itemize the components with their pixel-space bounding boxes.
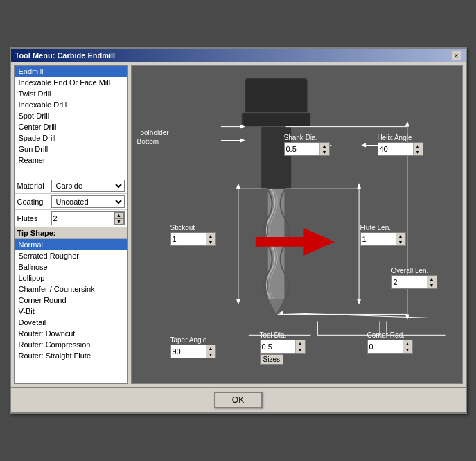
main-content: EndmillIndexable End Or Face MillTwist D…	[11, 62, 466, 387]
tip-shape-item[interactable]: Router: Compression	[15, 339, 127, 350]
taper-angle-group: Taper Angle ▲ ▼	[170, 336, 216, 358]
flute-len-spinner: ▲ ▼	[396, 233, 405, 245]
tool-list-item[interactable]: Center Drill	[15, 121, 127, 132]
flutes-spin-down[interactable]: ▼	[114, 218, 124, 225]
stickout-spin-up[interactable]: ▲	[206, 233, 215, 239]
flutes-input[interactable]	[52, 212, 114, 225]
svg-rect-1	[245, 78, 307, 116]
corner-rad-label: Corner Rad.	[367, 331, 413, 339]
stickout-spinner: ▲ ▼	[206, 233, 215, 245]
tool-list-item[interactable]: Twist Drill	[15, 88, 127, 99]
flute-len-input-wrap: ▲ ▼	[360, 232, 406, 246]
coating-select[interactable]: UncoatedTiNTiAlN	[51, 195, 125, 208]
tip-shape-item[interactable]: Dovetail	[15, 317, 127, 328]
shank-dia-spinner: ▲ ▼	[319, 143, 329, 155]
shank-dia-input[interactable]	[285, 143, 319, 155]
tip-shape-item[interactable]: V-Bit	[15, 306, 127, 317]
toolholder-line1: Toolholder	[137, 129, 169, 137]
taper-angle-spinner: ▲ ▼	[206, 345, 215, 358]
flute-len-label: Flute Len.	[360, 224, 406, 232]
title-bar: Tool Menu: Carbide Endmill ×	[11, 49, 466, 62]
tip-shape-item[interactable]: Ballnose	[15, 261, 127, 272]
right-panel: Toolholder Bottom Shank Dia. ▲ ▼ Helix A…	[131, 65, 463, 384]
material-select[interactable]: CarbideHSSCobalt	[51, 180, 125, 192]
overall-len-spin-up[interactable]: ▲	[427, 276, 437, 282]
taper-angle-input-wrap: ▲ ▼	[170, 345, 216, 358]
overall-len-input[interactable]	[392, 276, 427, 288]
helix-angle-spin-down[interactable]: ▼	[413, 149, 423, 155]
tip-shape-item[interactable]: Lollipop	[15, 272, 127, 284]
tip-shape-item[interactable]: Corner Round	[15, 295, 127, 306]
tip-shape-item[interactable]: Normal	[15, 239, 127, 250]
tool-dia-input[interactable]	[261, 340, 295, 353]
toolholder-line2: Bottom	[137, 138, 159, 146]
corner-rad-spin-down[interactable]: ▼	[403, 347, 412, 353]
tip-shape-list: NormalSerrated RougherBallnoseLollipopCh…	[15, 239, 127, 383]
ok-button[interactable]: OK	[214, 392, 263, 408]
tool-dia-group: Tool Dia. ▲ ▼ Sizes	[260, 331, 306, 365]
shank-dia-input-wrap: ▲ ▼	[284, 142, 330, 156]
tool-dia-input-wrap: ▲ ▼	[260, 340, 306, 354]
tip-shape-item[interactable]: Serrated Rougher	[15, 250, 127, 261]
tool-list-item[interactable]: Reamer	[15, 155, 127, 166]
stickout-input[interactable]	[171, 233, 206, 245]
tool-list-item[interactable]: Spade Drill	[15, 132, 127, 143]
flutes-row: Flutes ▲ ▼	[15, 210, 127, 227]
corner-rad-input-wrap: ▲ ▼	[367, 340, 413, 354]
close-button[interactable]: ×	[452, 51, 461, 60]
flutes-input-wrap: ▲ ▼	[51, 211, 125, 225]
stickout-label: Stickout	[170, 224, 216, 232]
flutes-label: Flutes	[17, 214, 49, 223]
flute-len-spin-up[interactable]: ▲	[396, 233, 405, 239]
overall-len-group: Overall Len. ▲ ▼	[391, 267, 437, 289]
helix-angle-group: Helix Angle ▲ ▼	[378, 134, 423, 156]
shank-dia-spin-up[interactable]: ▲	[319, 143, 329, 149]
main-window: Tool Menu: Carbide Endmill × EndmillInde…	[10, 47, 467, 414]
helix-angle-label: Helix Angle	[378, 134, 423, 141]
stickout-group: Stickout ▲ ▼	[170, 224, 216, 246]
tip-shape-item[interactable]: Chamfer / Countersink	[15, 284, 127, 295]
tool-dia-spin-up[interactable]: ▲	[295, 340, 305, 347]
tool-list-item[interactable]: Indexable End Or Face Mill	[15, 77, 127, 88]
corner-rad-spinner: ▲ ▼	[403, 340, 412, 353]
coating-row: Coating UncoatedTiNTiAlN	[15, 194, 127, 210]
helix-angle-spin-up[interactable]: ▲	[413, 143, 423, 149]
flute-len-input[interactable]	[361, 233, 396, 245]
helix-angle-input[interactable]	[378, 143, 413, 155]
taper-angle-spin-up[interactable]: ▲	[206, 345, 215, 351]
stickout-input-wrap: ▲ ▼	[170, 232, 216, 246]
overall-len-spin-down[interactable]: ▼	[427, 282, 437, 288]
taper-angle-spin-down[interactable]: ▼	[206, 351, 215, 358]
tool-list-scroll[interactable]: EndmillIndexable End Or Face MillTwist D…	[15, 66, 127, 178]
sizes-button[interactable]: Sizes	[260, 354, 283, 365]
taper-angle-input[interactable]	[171, 345, 206, 358]
tool-list-item[interactable]: Indexable Drill	[15, 99, 127, 110]
stickout-spin-down[interactable]: ▼	[206, 239, 215, 245]
material-label: Material	[17, 182, 49, 190]
bottom-bar: OK	[11, 387, 466, 412]
corner-rad-group: Corner Rad. ▲ ▼	[367, 331, 413, 354]
shank-dia-label: Shank Dia.	[284, 134, 330, 141]
material-row: Material CarbideHSSCobalt	[15, 178, 127, 194]
taper-angle-label: Taper Angle	[170, 336, 216, 344]
coating-label: Coating	[17, 198, 49, 206]
tool-dia-spinner: ▲ ▼	[295, 340, 305, 353]
overall-len-spinner: ▲ ▼	[427, 276, 437, 288]
flute-len-spin-down[interactable]: ▼	[396, 239, 405, 245]
tool-list: EndmillIndexable End Or Face MillTwist D…	[15, 66, 127, 166]
corner-rad-spin-up[interactable]: ▲	[403, 340, 412, 347]
flutes-spin-up[interactable]: ▲	[114, 212, 124, 218]
shank-dia-spin-down[interactable]: ▼	[319, 149, 329, 155]
tip-shape-item[interactable]: Router: Straight Flute	[15, 350, 127, 361]
corner-rad-input[interactable]	[368, 340, 403, 353]
window-title: Tool Menu: Carbide Endmill	[15, 51, 116, 60]
helix-angle-input-wrap: ▲ ▼	[378, 142, 423, 156]
tool-list-item[interactable]: Endmill	[15, 66, 127, 77]
overall-len-input-wrap: ▲ ▼	[391, 275, 437, 289]
tool-dia-spin-down[interactable]: ▼	[295, 347, 305, 353]
tip-shape-item[interactable]: Router: Downcut	[15, 328, 127, 339]
tool-list-item[interactable]: Spot Drill	[15, 110, 127, 121]
overall-len-label: Overall Len.	[391, 267, 437, 275]
tool-list-item[interactable]: Gun Drill	[15, 143, 127, 155]
flute-len-group: Flute Len. ▲ ▼	[360, 224, 406, 246]
